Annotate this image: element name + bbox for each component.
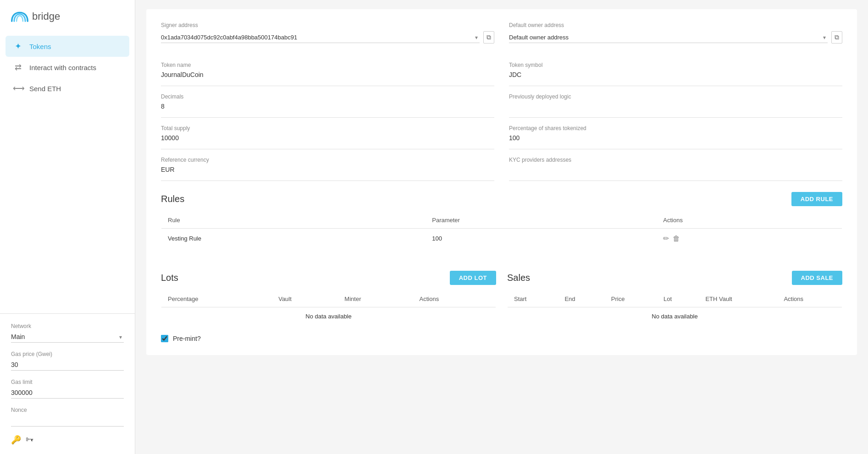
sales-col-actions: Actions xyxy=(777,291,842,307)
token-name-field: Token name JournalDuCoin xyxy=(161,55,494,86)
total-supply-field: Total supply 10000 xyxy=(161,118,494,149)
bridge-logo-icon xyxy=(11,10,28,23)
sidebar-item-label-tokens: Tokens xyxy=(29,43,51,50)
owner-label: Default owner address xyxy=(509,22,842,28)
token-name-label: Token name xyxy=(161,62,494,68)
signer-copy-button[interactable]: ⧉ xyxy=(483,31,494,44)
rule-row-actions: ✏ 🗑 xyxy=(663,234,835,243)
lots-title: Lots xyxy=(161,273,178,283)
main-content: Signer address 0x1ada7034d075dc92c0abf4a… xyxy=(135,0,868,454)
key-icon-2[interactable]: 🗝 xyxy=(26,435,34,445)
token-symbol-label: Token symbol xyxy=(509,62,842,68)
previously-deployed-label: Previously deployed logic xyxy=(509,93,842,100)
rules-col-actions: Actions xyxy=(657,212,842,229)
sales-col-end: End xyxy=(558,291,604,307)
network-select[interactable]: Main Ropsten Rinkeby xyxy=(11,331,124,343)
sales-section: Sales ADD SALE Start End Price Lot ETH V… xyxy=(507,260,842,326)
lots-sales-sections: Lots ADD LOT Percentage Vault Minter Act… xyxy=(161,260,842,326)
owner-select-wrapper: Default owner address ▾ xyxy=(509,32,828,43)
nonce-input[interactable] xyxy=(11,415,124,427)
network-field-group: Network Main Ropsten Rinkeby ▾ xyxy=(11,323,124,343)
lots-header: Lots ADD LOT xyxy=(161,271,496,285)
token-symbol-value: JDC xyxy=(509,71,842,78)
sidebar-item-tokens[interactable]: ✦ Tokens xyxy=(6,36,129,57)
gas-limit-field-group: Gas limit xyxy=(11,379,124,399)
sales-title: Sales xyxy=(507,273,530,283)
sales-header: Sales ADD SALE xyxy=(507,271,842,285)
reference-currency-label: Reference currency xyxy=(161,157,494,163)
kyc-providers-field: KYC providers addresses xyxy=(509,149,842,181)
shares-tokenized-value: 100 xyxy=(509,134,842,142)
decimals-value: 8 xyxy=(161,103,494,110)
rules-table: Rule Parameter Actions Vesting Rule 100 … xyxy=(161,212,842,249)
gas-price-field-group: Gas price (Gwei) xyxy=(11,351,124,371)
sidebar-item-label-sendeth: Send ETH xyxy=(29,85,61,93)
rules-header: Rules ADD RULE xyxy=(161,192,842,206)
sidebar-item-sendeth[interactable]: ⟷ Send ETH xyxy=(6,78,129,99)
premint-checkbox[interactable] xyxy=(161,335,168,342)
rule-name-cell: Vesting Rule xyxy=(161,229,426,249)
owner-copy-button[interactable]: ⧉ xyxy=(831,31,842,44)
owner-address-select[interactable]: Default owner address xyxy=(509,32,828,43)
sidebar-navigation: ✦ Tokens ⇄ Interact with contracts ⟷ Sen… xyxy=(0,36,135,99)
tokens-icon: ✦ xyxy=(13,41,23,51)
premint-label: Pre-mint? xyxy=(173,335,201,342)
previously-deployed-field: Previously deployed logic xyxy=(509,86,842,118)
shares-tokenized-field: Percentage of shares tokenized 100 xyxy=(509,118,842,149)
owner-address-row: Default owner address ▾ ⧉ xyxy=(509,31,842,44)
table-row: No data available xyxy=(161,307,496,326)
reference-currency-field: Reference currency EUR xyxy=(161,149,494,181)
edit-rule-icon[interactable]: ✏ xyxy=(663,234,669,243)
lots-no-data: No data available xyxy=(161,307,496,326)
gas-price-input[interactable] xyxy=(11,359,124,371)
sales-table: Start End Price Lot ETH Vault Actions No… xyxy=(507,290,842,326)
signer-select-wrapper: 0x1ada7034d075dc92c0abf4a98bba500174babc… xyxy=(161,32,480,43)
shares-tokenized-label: Percentage of shares tokenized xyxy=(509,125,842,131)
token-symbol-field: Token symbol JDC xyxy=(509,55,842,86)
lots-col-percentage: Percentage xyxy=(161,291,272,307)
token-name-value: JournalDuCoin xyxy=(161,71,494,78)
info-grid: Token name JournalDuCoin Token symbol JD… xyxy=(161,55,842,181)
sidebar-item-interact[interactable]: ⇄ Interact with contracts xyxy=(6,57,129,78)
rules-section: Rules ADD RULE Rule Parameter Actions Ve… xyxy=(161,192,842,249)
total-supply-label: Total supply xyxy=(161,125,494,131)
lots-col-actions: Actions xyxy=(413,291,496,307)
rule-actions-cell: ✏ 🗑 xyxy=(657,229,842,249)
sidebar: bridge ✦ Tokens ⇄ Interact with contract… xyxy=(0,0,135,454)
signer-address-select[interactable]: 0x1ada7034d075dc92c0abf4a98bba500174babc… xyxy=(161,32,480,43)
delete-rule-icon[interactable]: 🗑 xyxy=(673,235,680,243)
reference-currency-value: EUR xyxy=(161,166,494,173)
sales-col-lot: Lot xyxy=(657,291,699,307)
gas-limit-input[interactable] xyxy=(11,387,124,399)
signer-label: Signer address xyxy=(161,22,494,28)
add-sale-button[interactable]: ADD SALE xyxy=(792,271,842,285)
signer-field-col: Signer address 0x1ada7034d075dc92c0abf4a… xyxy=(161,22,494,44)
rules-col-rule: Rule xyxy=(161,212,426,229)
lots-col-minter: Minter xyxy=(338,291,413,307)
total-supply-value: 10000 xyxy=(161,134,494,142)
add-lot-button[interactable]: ADD LOT xyxy=(450,271,496,285)
lots-table: Percentage Vault Minter Actions No data … xyxy=(161,290,496,326)
rules-col-parameter: Parameter xyxy=(426,212,657,229)
network-label: Network xyxy=(11,323,124,329)
logo-text: bridge xyxy=(32,11,60,22)
decimals-field: Decimals 8 xyxy=(161,86,494,118)
network-select-wrapper: Main Ropsten Rinkeby ▾ xyxy=(11,331,124,343)
sales-col-price: Price xyxy=(605,291,657,307)
add-rule-button[interactable]: ADD RULE xyxy=(791,192,842,206)
sales-no-data: No data available xyxy=(508,307,842,326)
form-card: Signer address 0x1ada7034d075dc92c0abf4a… xyxy=(146,9,857,355)
logo: bridge xyxy=(0,0,135,36)
table-row: Vesting Rule 100 ✏ 🗑 xyxy=(161,229,842,249)
top-fields-row: Signer address 0x1ada7034d075dc92c0abf4a… xyxy=(161,22,842,44)
nonce-field-group: Nonce xyxy=(11,407,124,427)
sidebar-settings: Network Main Ropsten Rinkeby ▾ Gas price… xyxy=(0,313,135,454)
decimals-label: Decimals xyxy=(161,93,494,100)
gas-limit-label: Gas limit xyxy=(11,379,124,385)
owner-field-col: Default owner address Default owner addr… xyxy=(509,22,842,44)
lots-col-vault: Vault xyxy=(272,291,338,307)
key-icon-1[interactable]: 🔑 xyxy=(11,435,21,445)
nonce-label: Nonce xyxy=(11,407,124,413)
gas-price-label: Gas price (Gwei) xyxy=(11,351,124,357)
premint-row: Pre-mint? xyxy=(161,335,842,342)
